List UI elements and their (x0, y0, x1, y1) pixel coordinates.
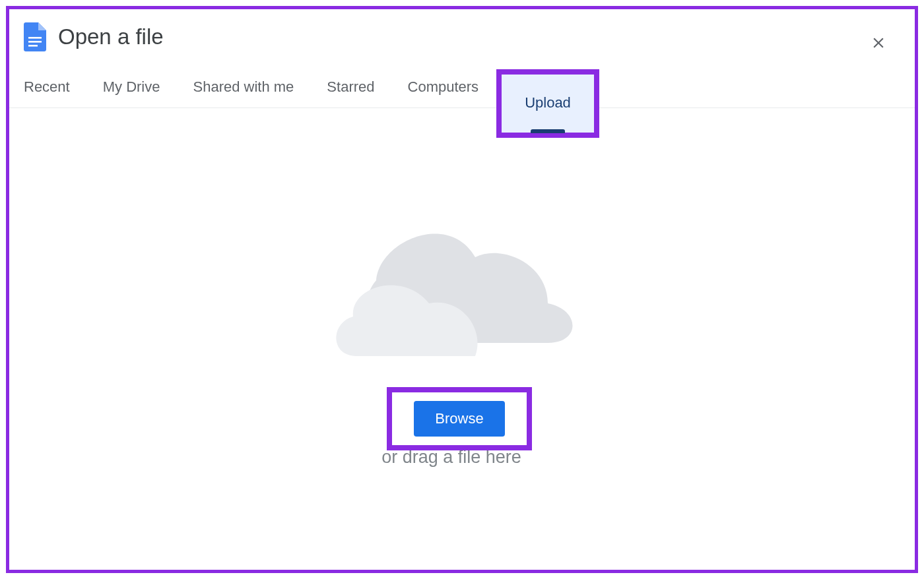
svg-rect-2 (28, 45, 38, 47)
cloud-illustration (330, 224, 581, 363)
dialog-frame: Open a file Recent My Drive Shared with … (6, 6, 918, 573)
close-icon (870, 34, 887, 51)
docs-icon (24, 22, 46, 51)
dialog-header: Open a file (9, 9, 915, 58)
browse-button[interactable]: Browse (414, 401, 504, 437)
svg-rect-0 (28, 37, 42, 39)
tab-upload-label: Upload (525, 94, 571, 111)
upload-panel (9, 125, 915, 570)
dialog-title: Open a file (58, 24, 164, 49)
close-button[interactable] (869, 33, 888, 53)
tab-computers[interactable]: Computers (408, 73, 479, 107)
tab-bar: Recent My Drive Shared with me Starred C… (9, 58, 915, 108)
annotation-browse-highlight: Browse (387, 387, 532, 450)
tab-recent[interactable]: Recent (24, 73, 70, 107)
tab-shared-with-me[interactable]: Shared with me (193, 73, 294, 107)
tab-my-drive[interactable]: My Drive (103, 73, 160, 107)
svg-rect-1 (28, 41, 42, 43)
tab-starred[interactable]: Starred (327, 73, 374, 107)
